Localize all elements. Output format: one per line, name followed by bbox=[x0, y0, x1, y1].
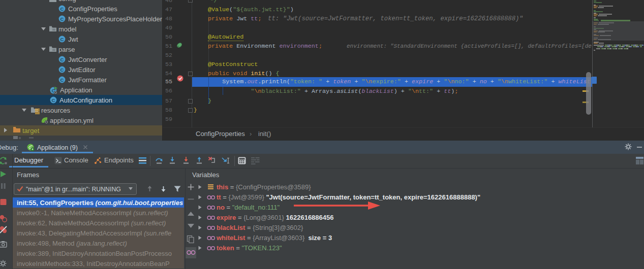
svg-text:C: C bbox=[60, 57, 64, 62]
svg-text:C: C bbox=[60, 67, 64, 73]
svg-text:C: C bbox=[60, 77, 64, 83]
svg-text:C: C bbox=[60, 37, 64, 42]
svg-text:C: C bbox=[60, 16, 64, 22]
svg-text:C: C bbox=[60, 6, 64, 12]
svg-text:C: C bbox=[52, 97, 55, 103]
